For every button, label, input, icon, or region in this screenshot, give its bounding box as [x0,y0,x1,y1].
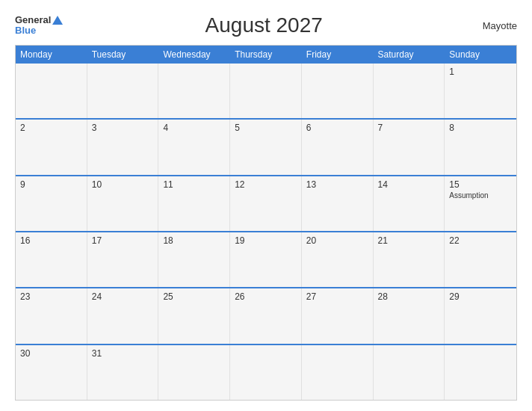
day-number: 30 [20,348,82,359]
day-cell: 29 [445,288,516,343]
day-number: 27 [306,291,368,302]
day-cell [374,64,445,118]
day-cell [302,345,374,400]
day-cell: 22 [445,232,516,287]
page: General Blue August 2027 Mayotte Monday … [0,0,532,411]
header-monday: Monday [16,46,87,64]
day-cell: 13 [302,176,374,231]
day-cell: 28 [374,288,445,343]
header-wednesday: Wednesday [158,46,230,64]
day-cell: 1 [445,64,516,118]
day-cell: 6 [302,120,374,174]
day-number: 16 [20,235,82,246]
header-thursday: Thursday [230,46,302,64]
day-cell: 14 [374,176,445,231]
day-number: 5 [235,123,297,133]
day-cell: 20 [302,232,374,287]
day-number: 28 [378,291,440,302]
day-cell: 19 [230,232,302,287]
day-number: 26 [235,291,297,302]
day-cell [87,64,159,118]
day-number: 14 [378,179,440,190]
region-label: Mayotte [465,20,517,31]
day-cell: 17 [87,232,159,287]
day-number: 1 [449,67,512,77]
day-cell: 7 [374,120,445,174]
week-row: 9101112131415Assumption [16,175,516,231]
day-event: Assumption [449,191,488,200]
week-row: 23242526272829 [16,287,516,343]
calendar: Monday Tuesday Wednesday Thursday Friday… [15,45,517,401]
day-number: 18 [163,235,225,246]
day-number: 3 [92,123,154,133]
day-number: 7 [378,123,440,133]
day-number: 24 [92,291,154,302]
day-cell: 27 [302,288,374,343]
day-cell: 16 [16,232,87,287]
week-row: 16171819202122 [16,231,516,287]
day-cell: 12 [230,176,302,231]
day-cell: 30 [16,345,87,400]
day-number: 15 [449,179,512,190]
day-number: 13 [306,179,368,190]
day-cell: 2 [16,120,87,174]
day-cell: 26 [230,288,302,343]
day-cell [302,64,374,118]
week-row: 1 [16,64,516,118]
day-cell: 21 [374,232,445,287]
day-cell: 15Assumption [445,176,516,231]
day-cell: 25 [158,288,230,343]
day-number: 4 [163,123,225,133]
day-cell: 8 [445,120,516,174]
header-friday: Friday [302,46,374,64]
day-cell: 5 [230,120,302,174]
day-number: 2 [20,123,82,133]
day-cell [230,64,302,118]
day-number: 21 [378,235,440,246]
day-number: 8 [449,123,512,133]
logo-general-text: General [15,15,51,25]
day-cell: 9 [16,176,87,231]
header-sunday: Sunday [445,46,516,64]
day-cell: 10 [87,176,159,231]
week-row: 2345678 [16,118,516,174]
day-cell [158,345,230,400]
day-number: 23 [20,291,82,302]
day-cell: 3 [87,120,159,174]
day-number: 29 [449,291,512,302]
day-number: 17 [92,235,154,246]
day-cell [16,64,87,118]
day-number: 10 [92,179,154,190]
day-cell [158,64,230,118]
logo: General Blue [15,15,63,37]
weeks: 123456789101112131415Assumption161718192… [16,64,516,400]
day-cell: 24 [87,288,159,343]
day-number: 11 [163,179,225,190]
day-number: 9 [20,179,82,190]
day-cell [374,345,445,400]
logo-blue-text: Blue [15,25,63,36]
day-number: 31 [92,348,154,359]
day-cell: 23 [16,288,87,343]
day-cell [230,345,302,400]
day-cell: 31 [87,345,159,400]
day-number: 20 [306,235,368,246]
day-cell: 18 [158,232,230,287]
day-number: 19 [235,235,297,246]
header: General Blue August 2027 Mayotte [15,13,517,37]
header-tuesday: Tuesday [87,46,159,64]
day-number: 12 [235,179,297,190]
day-cell: 11 [158,176,230,231]
day-number: 22 [449,235,512,246]
day-cell [445,345,516,400]
day-cell: 4 [158,120,230,174]
header-saturday: Saturday [374,46,445,64]
day-number: 25 [163,291,225,302]
day-headers: Monday Tuesday Wednesday Thursday Friday… [16,46,516,64]
logo-triangle-icon [52,16,63,25]
week-row: 3031 [16,344,516,400]
day-number: 6 [306,123,368,133]
page-title: August 2027 [63,13,465,37]
